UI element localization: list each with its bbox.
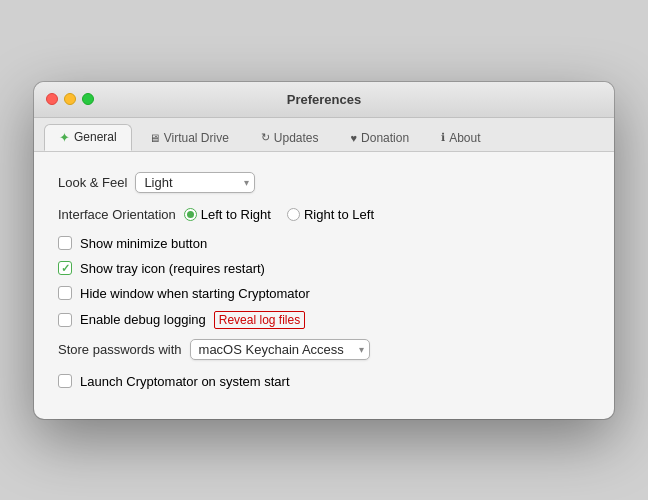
minimize-button[interactable]	[64, 93, 76, 105]
titlebar: Preferences	[34, 82, 614, 118]
close-button[interactable]	[46, 93, 58, 105]
tab-general-label: General	[74, 130, 117, 144]
checkbox-hide-window-row[interactable]: Hide window when starting Cryptomator	[58, 286, 590, 301]
general-panel: Look & Feel Light Dark System ▾ Interfac…	[34, 152, 614, 419]
window-title: Preferences	[287, 92, 361, 107]
radio-rtl-label: Right to Left	[304, 207, 374, 222]
checkbox-debug-label: Enable debug logging	[80, 312, 206, 327]
radio-rtl[interactable]: Right to Left	[287, 207, 374, 222]
password-store-select[interactable]: macOS Keychain Access None	[190, 339, 370, 360]
tab-updates[interactable]: ↻ Updates	[246, 124, 334, 151]
radio-ltr-circle	[184, 208, 197, 221]
orientation-label: Interface Orientation	[58, 207, 176, 222]
checkbox-debug[interactable]	[58, 313, 72, 327]
preferences-window: Preferences ✦ General 🖥 Virtual Drive ↻ …	[34, 82, 614, 419]
tab-about[interactable]: ℹ About	[426, 124, 495, 151]
radio-ltr[interactable]: Left to Right	[184, 207, 271, 222]
about-icon: ℹ	[441, 131, 445, 144]
orientation-row: Interface Orientation Left to Right Righ…	[58, 207, 590, 222]
radio-ltr-label: Left to Right	[201, 207, 271, 222]
checkbox-tray-label: Show tray icon (requires restart)	[80, 261, 265, 276]
look-feel-select-wrapper: Light Dark System ▾	[135, 172, 255, 193]
tab-bar: ✦ General 🖥 Virtual Drive ↻ Updates ♥ Do…	[34, 118, 614, 152]
checkbox-hide-window-label: Hide window when starting Cryptomator	[80, 286, 310, 301]
tab-updates-label: Updates	[274, 131, 319, 145]
radio-rtl-circle	[287, 208, 300, 221]
checkbox-launch-row[interactable]: Launch Cryptomator on system start	[58, 374, 590, 389]
checkbox-tray-row[interactable]: ✓ Show tray icon (requires restart)	[58, 261, 590, 276]
checkbox-debug-row: Enable debug logging Reveal log files	[58, 311, 590, 329]
checkbox-minimize-label: Show minimize button	[80, 236, 207, 251]
look-feel-row: Look & Feel Light Dark System ▾	[58, 172, 590, 193]
radio-ltr-dot	[187, 211, 194, 218]
password-store-select-wrapper: macOS Keychain Access None ▾	[190, 339, 370, 360]
traffic-lights	[46, 93, 94, 105]
tab-general[interactable]: ✦ General	[44, 124, 132, 151]
checkbox-launch-label: Launch Cryptomator on system start	[80, 374, 290, 389]
checkbox-launch[interactable]	[58, 374, 72, 388]
tab-about-label: About	[449, 131, 480, 145]
checkbox-minimize[interactable]	[58, 236, 72, 250]
reveal-log-files-button[interactable]: Reveal log files	[214, 311, 305, 329]
tab-virtual-drive-label: Virtual Drive	[164, 131, 229, 145]
look-feel-label: Look & Feel	[58, 175, 127, 190]
donation-icon: ♥	[351, 132, 358, 144]
checkbox-minimize-row[interactable]: Show minimize button	[58, 236, 590, 251]
updates-icon: ↻	[261, 131, 270, 144]
tab-virtual-drive[interactable]: 🖥 Virtual Drive	[134, 124, 244, 151]
tab-donation[interactable]: ♥ Donation	[336, 124, 425, 151]
checkbox-tray[interactable]: ✓	[58, 261, 72, 275]
maximize-button[interactable]	[82, 93, 94, 105]
tab-donation-label: Donation	[361, 131, 409, 145]
checkbox-hide-window[interactable]	[58, 286, 72, 300]
password-store-label: Store passwords with	[58, 342, 182, 357]
orientation-radio-group: Left to Right Right to Left	[184, 207, 374, 222]
general-icon: ✦	[59, 130, 70, 145]
checkmark-tray-icon: ✓	[61, 263, 70, 274]
password-store-row: Store passwords with macOS Keychain Acce…	[58, 339, 590, 360]
virtual-drive-icon: 🖥	[149, 132, 160, 144]
look-feel-select[interactable]: Light Dark System	[135, 172, 255, 193]
